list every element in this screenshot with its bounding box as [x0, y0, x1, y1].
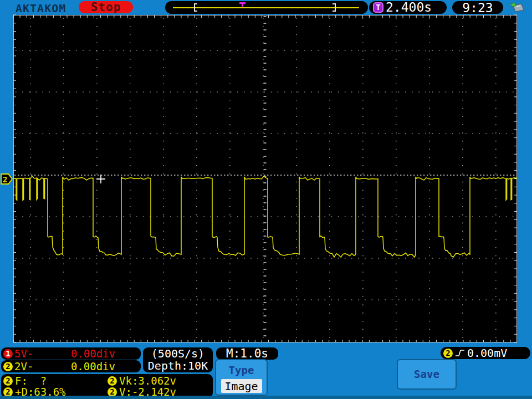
ch2-scale: 2V- [14, 360, 33, 372]
channel2-status: 2 2V- 0.00div [1, 360, 141, 372]
trigger-level-readout: 2 0.00mV [441, 347, 530, 359]
center-axes [14, 17, 514, 336]
trigger-position-marker-icon [239, 2, 245, 4]
oscilloscope-screen: AKTAKOM Stop T 2.400s 9:23 2 1 5V- 0.00d… [0, 0, 532, 399]
channel2-marker: 2 [1, 174, 12, 184]
window-right-bracket-icon [332, 3, 336, 12]
trigger-level-value: 0.00mV [467, 347, 507, 359]
window-left-bracket-icon [194, 3, 197, 12]
memory-depth: Depth:10K [143, 360, 213, 372]
trigger-position-bar [165, 1, 368, 14]
grid-dots [16, 18, 514, 337]
ch1-badge: 1 [3, 349, 13, 359]
graticule-border [14, 16, 517, 342]
type-selected-value[interactable]: Image [221, 379, 262, 393]
svg-text:2: 2 [3, 175, 7, 184]
run-status-badge: Stop [79, 1, 133, 13]
graticule-background [13, 15, 517, 342]
brand-label: AKTAKOM [16, 2, 66, 15]
edge-ticks [13, 15, 517, 342]
measurement-vk: 2 Vk:3.062v [108, 376, 176, 386]
usb-storage-icon [509, 1, 525, 16]
measurement-frequency: 2 F: ? [3, 376, 47, 386]
ch1-scale: 5V- [14, 347, 33, 360]
rising-edge-icon [455, 349, 465, 357]
display-area: 2 [0, 0, 532, 349]
memory-window-line [173, 7, 359, 8]
ch2-badge: 2 [3, 376, 13, 386]
ch2-trace [13, 176, 517, 257]
bottom-edge-strip [0, 396, 532, 399]
ch2-badge: 2 [3, 362, 13, 371]
sample-rate: (500S/s) [143, 347, 213, 360]
trigger-time-badge: T 2.400s [369, 1, 447, 14]
save-button[interactable]: Save [397, 359, 457, 390]
measurements-panel: 2 F: ? 2 +D:63.6% 2 Vk:3.062v 2 V:-2.142… [1, 374, 213, 398]
type-label: Type [216, 364, 267, 376]
trigger-time-value: 2.400s [386, 1, 432, 14]
ch2-offset: 0.00div [71, 360, 115, 372]
type-menu-button[interactable]: Type Image [215, 359, 268, 396]
channel1-status: 1 5V- 0.00div [1, 347, 141, 360]
trigger-t-icon: T [373, 2, 383, 13]
acquisition-panel: (500S/s) Depth:10K [143, 347, 213, 372]
trigger-source-badge: 2 [443, 349, 453, 358]
clock-badge: 9:23 [452, 1, 503, 14]
ch2-badge: 2 [108, 376, 117, 386]
ch1-offset: 0.00div [71, 347, 115, 360]
timebase-readout: M:1.0s [216, 347, 278, 360]
trigger-cross-icon [96, 175, 105, 183]
